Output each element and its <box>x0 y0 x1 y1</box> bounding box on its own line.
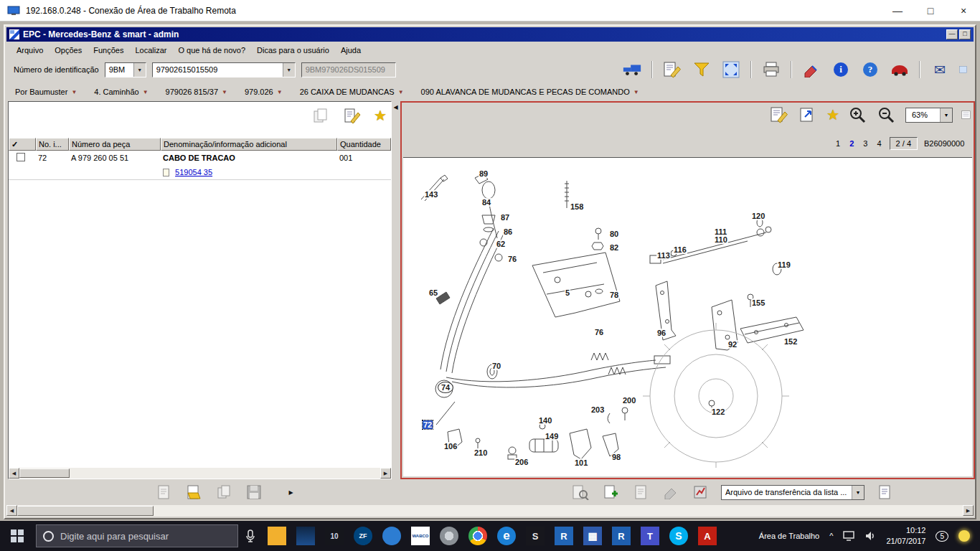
scroll-right-icon[interactable]: ▶ <box>380 468 391 479</box>
part-number-label[interactable]: 89 <box>479 169 489 178</box>
scrollbar-thumb[interactable] <box>19 468 70 478</box>
part-number-label[interactable]: 119 <box>777 260 791 269</box>
zoom-out-icon[interactable] <box>877 105 897 124</box>
taskbar-app-icon[interactable]: 10 <box>325 527 344 545</box>
volume-icon[interactable] <box>864 531 876 541</box>
notification-count-badge[interactable]: 5 <box>936 531 948 542</box>
part-number-label[interactable]: 86 <box>503 227 513 236</box>
breadcrumb-item[interactable]: 979.026 ▼ <box>245 88 283 96</box>
taskbar-app-slot[interactable]: A <box>693 521 722 551</box>
clipped-list-icon[interactable] <box>961 105 971 124</box>
part-number-label[interactable]: 72 <box>423 420 433 429</box>
part-number-label[interactable]: 158 <box>570 202 584 211</box>
taskbar-app-icon[interactable]: WABCO <box>411 527 430 545</box>
page-number[interactable]: 4 <box>875 139 882 148</box>
ident-number-combo[interactable]: 97902615015509 ▼ <box>152 62 296 77</box>
help-icon[interactable]: ? <box>860 60 880 79</box>
new-document-icon[interactable] <box>154 483 174 501</box>
column-header-part-number[interactable]: Número da peça <box>69 138 161 151</box>
page-number[interactable]: 1 <box>834 139 842 148</box>
part-number-label[interactable]: 70 <box>491 362 501 370</box>
taskbar-app-icon[interactable] <box>440 527 458 545</box>
scroll-left-icon[interactable]: ◀ <box>9 468 19 479</box>
zoom-level-combo[interactable]: 63% ▼ <box>905 108 953 123</box>
column-header-no[interactable]: No. i... <box>36 138 69 151</box>
scroll-right-icon[interactable]: ▶ <box>963 505 974 516</box>
taskbar-app-slot[interactable]: e <box>492 521 521 551</box>
taskbar-app-icon[interactable] <box>468 527 487 545</box>
scrollbar-thumb[interactable] <box>17 506 154 516</box>
clipped-toolbar-icon[interactable] <box>959 60 968 79</box>
taskbar-app-slot[interactable]: T <box>636 521 664 551</box>
part-number-label[interactable]: 84 <box>481 198 491 207</box>
chevron-down-icon[interactable]: ▼ <box>940 108 952 122</box>
part-number-label[interactable]: 120 <box>751 212 765 220</box>
menu-item[interactable]: O que há de novo? <box>172 44 251 56</box>
save-icon[interactable] <box>244 483 264 501</box>
part-number-label[interactable]: 110 <box>714 235 728 244</box>
part-number-label[interactable]: 203 <box>590 405 605 414</box>
search-document-icon[interactable] <box>570 483 590 501</box>
parts-diagram[interactable]: 1438984158878662808211111012011311611976… <box>403 157 972 476</box>
part-number-label[interactable]: 122 <box>711 408 725 416</box>
report-icon[interactable] <box>691 483 711 501</box>
breadcrumb-item[interactable]: 090 ALAVANCA DE MUDANCAS E PECAS DE COMA… <box>421 88 639 96</box>
taskbar-app-icon[interactable] <box>268 527 286 545</box>
taskbar-app-slot[interactable] <box>435 521 463 551</box>
parts-list-hscrollbar[interactable]: ◀ ▶ <box>9 468 391 479</box>
column-header-check[interactable]: ✓ <box>9 138 36 151</box>
part-number-label[interactable]: 87 <box>500 213 510 222</box>
print-icon[interactable] <box>761 60 781 79</box>
car-icon[interactable] <box>890 60 910 79</box>
notes-edit-icon[interactable] <box>769 105 789 124</box>
taskbar-app-slot[interactable] <box>263 521 291 551</box>
taskbar-search-input[interactable]: Digite aqui para pesquisar <box>36 524 238 547</box>
breadcrumb-item[interactable]: 979026 815/37 ▼ <box>166 88 227 96</box>
part-number-label[interactable]: 98 <box>611 453 621 461</box>
rdp-maximize-button[interactable]: □ <box>914 0 947 22</box>
part-number-label[interactable]: 116 <box>673 245 687 254</box>
part-number-label[interactable]: 152 <box>783 337 798 346</box>
part-number-label[interactable]: 5 <box>565 288 570 297</box>
page-number[interactable]: 3 <box>862 139 869 148</box>
part-number-label[interactable]: 80 <box>609 230 619 238</box>
taskbar-app-icon[interactable]: T <box>641 527 659 545</box>
part-number-label[interactable]: 74 <box>438 382 453 393</box>
breadcrumb-item[interactable]: 4. Caminhão ▼ <box>94 88 148 96</box>
taskbar-app-icon[interactable]: e <box>497 527 516 545</box>
expand-right-icon[interactable]: ▶ <box>287 486 295 498</box>
eraser-icon[interactable] <box>661 483 681 501</box>
eraser-icon[interactable] <box>801 60 821 79</box>
row-checkbox[interactable] <box>17 153 25 161</box>
network-icon[interactable] <box>843 531 854 541</box>
part-number-label[interactable]: 62 <box>496 240 506 248</box>
filter-icon[interactable] <box>692 60 712 79</box>
taskbar-app-icon[interactable] <box>296 527 315 545</box>
favorites-star-icon[interactable]: ★ <box>374 107 387 124</box>
chevron-down-icon[interactable]: ▼ <box>852 486 864 499</box>
app-maximize-button[interactable]: □ <box>959 29 971 39</box>
chevron-down-icon[interactable]: ▼ <box>133 63 146 77</box>
menu-item[interactable]: Dicas para o usuário <box>251 44 335 56</box>
info-icon[interactable]: i <box>831 60 851 79</box>
document-icon[interactable] <box>631 483 651 501</box>
open-list-icon[interactable] <box>184 483 204 501</box>
part-number-label[interactable]: 101 <box>574 458 588 467</box>
mail-icon[interactable]: ✉ <box>930 60 950 79</box>
page-number[interactable]: 2 <box>848 139 855 148</box>
column-header-description[interactable]: Denominação/informação adicional <box>161 138 337 151</box>
part-number-label[interactable]: 200 <box>622 396 636 405</box>
taskbar-app-slot[interactable]: WABCO <box>406 521 435 551</box>
part-number-label[interactable]: 210 <box>473 448 488 457</box>
copy-list-icon[interactable] <box>214 483 234 501</box>
menu-item[interactable]: Opções <box>49 44 88 56</box>
desktop-label[interactable]: Área de Trabalho <box>759 532 819 540</box>
microphone-icon[interactable] <box>238 529 263 542</box>
taskbar-app-slot[interactable]: R <box>550 521 578 551</box>
taskbar-app-icon[interactable]: ▦ <box>583 527 602 545</box>
edit-document-icon[interactable] <box>342 106 362 125</box>
panel-splitter[interactable]: ◀ <box>392 101 400 479</box>
taskbar-app-slot[interactable]: ZF <box>349 521 377 551</box>
taskbar-app-slot[interactable]: ▦ <box>578 521 607 551</box>
fit-to-window-icon[interactable] <box>798 105 818 124</box>
